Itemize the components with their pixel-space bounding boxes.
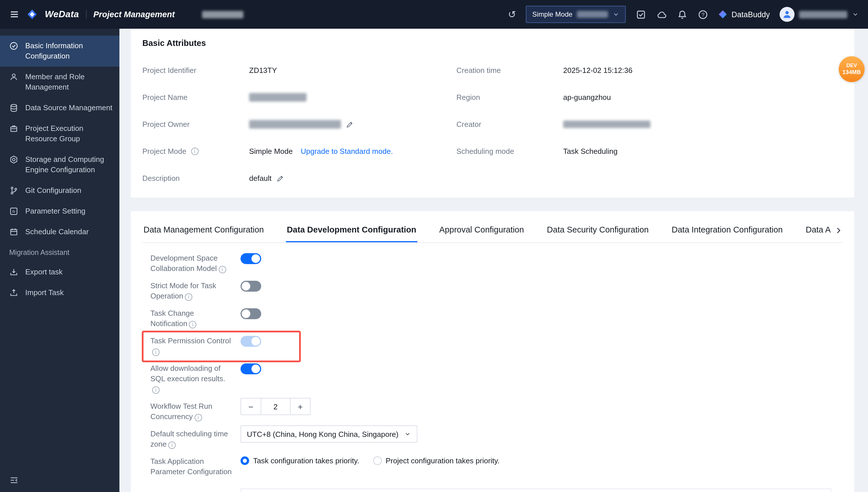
radio-project-configuration-priority[interactable]: Project configuration takes priority. <box>373 457 499 465</box>
brand-name: WeData <box>45 9 79 20</box>
configuration-card: Data Management Configuration Data Devel… <box>131 211 854 492</box>
redacted-nav-text <box>202 10 244 18</box>
toggle-task-permission-control[interactable] <box>241 336 261 347</box>
field-value: default <box>249 174 272 182</box>
tab-data-development-configuration[interactable]: Data Development Configuration <box>286 220 417 243</box>
field-project-owner: Project Owner <box>142 111 456 138</box>
field-value: 2025-12-02 15:12:36 <box>563 66 633 75</box>
timezone-select[interactable]: UTC+8 (China, Hong Kong China, Singapore… <box>241 425 417 443</box>
sidebar-item-member-and-role-management[interactable]: Member and Role Management <box>0 67 119 98</box>
toggle-allow-sql-download[interactable] <box>241 363 261 374</box>
edit-owner-icon[interactable] <box>346 120 354 128</box>
top-navbar: WeData Project Management ↺ Simple Mode <box>0 0 868 29</box>
edit-description-icon[interactable] <box>276 174 284 182</box>
undo-icon[interactable]: ↺ <box>508 9 516 19</box>
setting-label: Task Change Notification <box>150 308 238 329</box>
setting-label: Allow downloading of SQL execution resul… <box>150 363 238 394</box>
col-operation: Operation <box>727 489 831 492</box>
field-label: Description <box>142 174 249 182</box>
sidebar-item-storage-and-computing-engine-configuration[interactable]: Storage and Computing Engine Configurati… <box>0 149 119 180</box>
field-value: Task Scheduling <box>563 147 617 155</box>
radio-task-configuration-priority[interactable]: Task configuration takes priority. <box>241 457 359 465</box>
info-icon[interactable] <box>194 414 202 421</box>
tab-data-security-configuration[interactable]: Data Security Configuration <box>546 220 650 243</box>
databuddy-button[interactable]: DataBuddy <box>718 10 770 19</box>
field-project-mode: Project Mode Simple Mode Upgrade to Stan… <box>142 138 456 165</box>
field-label: Project Name <box>142 93 249 102</box>
databuddy-icon <box>718 10 727 19</box>
databuddy-label: DataBuddy <box>731 10 770 19</box>
field-creator: Creator <box>456 111 843 138</box>
stepper-plus-button[interactable]: + <box>291 398 310 415</box>
upgrade-standard-mode-link[interactable]: Upgrade to Standard mode. <box>301 147 393 155</box>
row-task-permission-control: Task Permission Control <box>150 336 843 356</box>
field-label: Project Owner <box>142 120 249 129</box>
sidebar-item-label: Member and Role Management <box>25 72 113 93</box>
help-icon[interactable]: ? <box>697 9 709 20</box>
stepper-minus-button[interactable]: − <box>241 398 261 415</box>
redacted-project-owner <box>249 120 341 129</box>
info-icon[interactable] <box>168 441 176 449</box>
sidebar-item-import-task[interactable]: Import Task <box>0 282 119 303</box>
setting-label: Default scheduling time zone <box>150 429 238 449</box>
badge-env-label: DEV <box>846 63 857 69</box>
row-strict-mode-for-task-operation: Strict Mode for Task Operation <box>150 281 843 301</box>
toggle-strict-mode[interactable] <box>241 281 261 292</box>
setting-label: Task Permission Control <box>150 336 238 356</box>
setting-label: Workflow Test Run Concurrency <box>150 401 238 422</box>
field-project-name: Project Name <box>142 84 456 111</box>
info-icon[interactable] <box>152 386 159 394</box>
sidebar-item-label: Basic Information Configuration <box>25 41 113 62</box>
basic-attributes-fields: Project Identifier ZD13TY Project Name P… <box>142 57 843 192</box>
wedata-logo-icon[interactable] <box>26 8 38 20</box>
radio-icon <box>241 457 249 465</box>
svg-text:fx: fx <box>13 209 16 214</box>
import-icon <box>9 288 18 297</box>
tab-data-integration-configuration[interactable]: Data Integration Configuration <box>671 220 784 243</box>
page-title: Project Management <box>93 10 175 19</box>
col-last-modified-by: Last Modified By <box>475 489 628 492</box>
field-creation-time: Creation time 2025-12-02 15:12:36 <box>456 57 843 84</box>
radio-label: Project configuration takes priority. <box>386 457 499 465</box>
database-icon <box>9 103 18 113</box>
toggle-development-space-collaboration[interactable] <box>241 253 261 264</box>
tab-approval-configuration[interactable]: Approval Configuration <box>438 220 525 243</box>
tab-data-ar-truncated[interactable]: Data Ar <box>804 220 835 243</box>
field-label: Creation time <box>456 66 563 75</box>
sidebar-item-schedule-calendar[interactable]: Schedule Calendar <box>0 222 119 242</box>
mode-select[interactable]: Simple Mode <box>526 6 626 23</box>
info-icon[interactable] <box>152 348 159 356</box>
stepper-value[interactable]: 2 <box>261 398 291 415</box>
sidebar-item-basic-information-configuration[interactable]: Basic Information Configuration <box>0 35 119 67</box>
badge-size-label: 134MB <box>842 69 861 76</box>
redacted-mode-text <box>577 11 608 18</box>
tab-data-management-configuration[interactable]: Data Management Configuration <box>142 220 265 243</box>
sidebar-item-label: Parameter Setting <box>25 206 85 217</box>
card-title: Basic Attributes <box>142 39 843 48</box>
toggle-task-change-notification[interactable] <box>241 308 261 319</box>
chevron-down-icon <box>852 11 859 18</box>
field-label: Region <box>456 93 563 102</box>
setting-label: Development Space Collaboration Model <box>150 253 238 274</box>
menu-icon[interactable] <box>9 9 20 20</box>
sidebar-item-git-configuration[interactable]: Git Configuration <box>0 180 119 201</box>
info-icon[interactable] <box>191 148 198 155</box>
row-workflow-test-run-concurrency: Workflow Test Run Concurrency − 2 + <box>150 401 843 422</box>
account-menu[interactable] <box>779 7 859 22</box>
field-scheduling-mode: Scheduling mode Task Scheduling <box>456 138 843 165</box>
bell-icon[interactable] <box>677 9 688 20</box>
row-task-application-parameter-configuration: Task Application Parameter Configuration… <box>150 457 843 477</box>
sidebar-item-project-execution-resource-group[interactable]: Project Execution Resource Group <box>0 118 119 149</box>
redacted-project-name <box>249 93 306 102</box>
dev-env-badge[interactable]: DEV 134MB <box>839 56 865 82</box>
cloud-icon[interactable] <box>656 9 667 20</box>
task-check-icon[interactable] <box>636 9 646 20</box>
sidebar-item-data-source-management[interactable]: Data Source Management <box>0 98 119 118</box>
tabs-scroll-right-icon[interactable] <box>831 226 843 235</box>
info-icon[interactable] <box>218 266 226 273</box>
sidebar-item-parameter-setting[interactable]: fx Parameter Setting <box>0 201 119 222</box>
sidebar-collapse-icon[interactable] <box>9 475 19 485</box>
info-icon[interactable] <box>185 293 192 301</box>
info-icon[interactable] <box>189 321 197 328</box>
sidebar-item-export-task[interactable]: Export task <box>0 262 119 282</box>
